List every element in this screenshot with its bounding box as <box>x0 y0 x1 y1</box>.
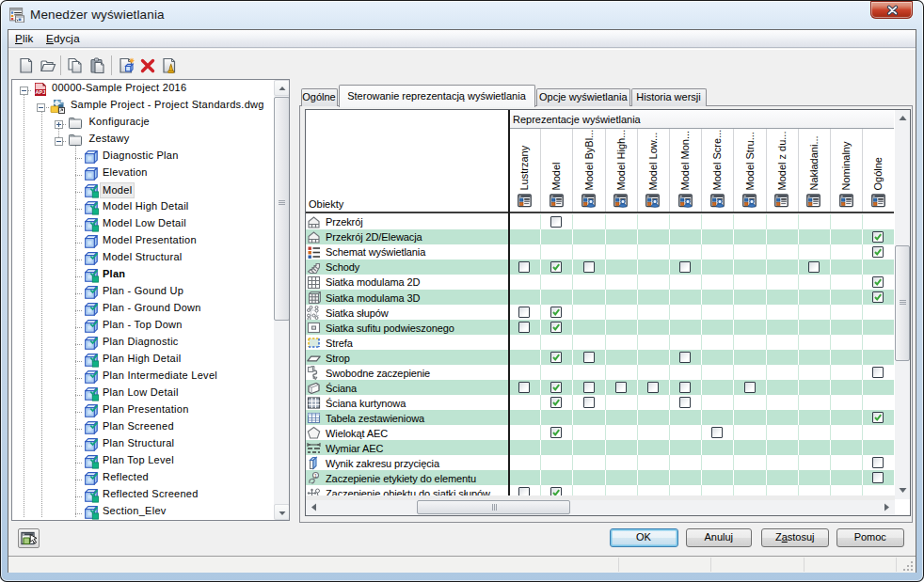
svg-text:1: 1 <box>314 472 317 478</box>
